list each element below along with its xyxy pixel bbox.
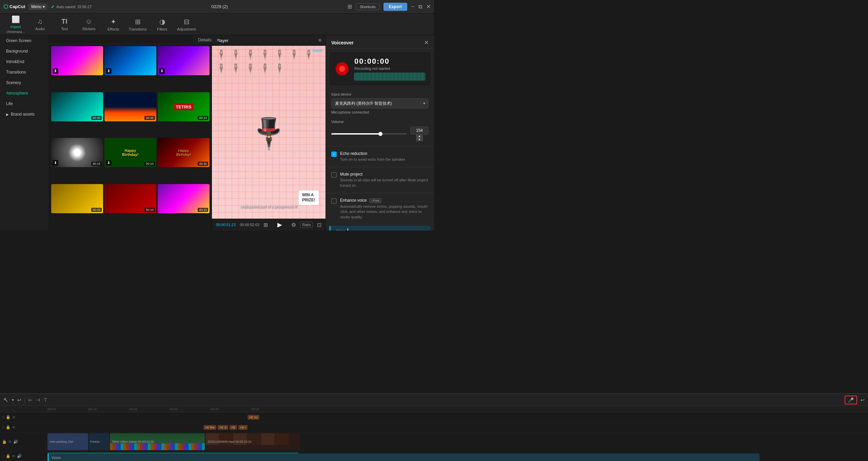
topbar-right: ⊞ Shortcuts Export − ⧉ ✕ xyxy=(348,3,431,11)
input-device-select[interactable]: 麦克风阵列 (英特尔® 智音技术) xyxy=(331,98,429,108)
player-video: 🕴 🕴 🕴 🕴 🕴 🕴 🕴 🕴 🕴 🕴 🕴 🕴 xyxy=(212,46,326,219)
input-device-section: Input device 麦克风阵列 (英特尔® 智音技术) ▾ Microph… xyxy=(326,89,434,118)
layout-icon-btn[interactable]: ⊞ xyxy=(348,3,352,10)
media-grid: ⬇ ⬇ ⬇ 00:30 00:35 00:24 TETRIS xyxy=(49,44,212,230)
toolbar-item-filters[interactable]: ◑ Filters xyxy=(150,15,174,34)
sidebar-item-atmosphere[interactable]: Atmosphere xyxy=(1,88,47,98)
toolbar-item-import[interactable]: ⬜ Import Christmas&... xyxy=(3,15,28,34)
volume-thumb[interactable] xyxy=(378,132,382,136)
download-button-2[interactable]: ⬇ xyxy=(106,68,112,74)
timeline-grid-button[interactable]: ⊞ xyxy=(263,222,268,228)
minimize-button[interactable]: − xyxy=(411,4,414,10)
duration-5: 00:35 xyxy=(144,116,155,120)
mute-project-checkbox[interactable] xyxy=(331,172,337,178)
volume-label: Volume xyxy=(331,120,429,124)
media-panel: All ⚙ ⬇ ⬇ ⬇ 00:30 00:35 00:24 xyxy=(49,35,212,230)
toolbar-item-transitions[interactable]: ⊞ Transitions xyxy=(125,15,150,34)
player-area: Details Player ≡ 🕴 🕴 🕴 🕴 xyxy=(212,35,326,230)
enhance-voice-checkbox[interactable] xyxy=(331,198,337,204)
media-thumb-2[interactable]: ⬇ xyxy=(104,46,156,75)
media-thumb-1[interactable]: ⬇ xyxy=(51,46,103,75)
volume-spinners: ▲ ▼ xyxy=(416,135,423,141)
main-character: 🎩 🕴 xyxy=(256,114,281,151)
menu-button[interactable]: Menu ▾ xyxy=(28,3,47,10)
sidebar-item-scenery[interactable]: Scenery xyxy=(1,78,47,88)
toolbar-item-text[interactable]: TI Text xyxy=(52,15,77,34)
download-button-1[interactable]: ⬇ xyxy=(53,68,58,74)
sidebar-item-green-screen[interactable]: Green Screen xyxy=(1,36,47,46)
settings-icon-btn[interactable]: ⚙ xyxy=(291,222,296,228)
volume-slider[interactable] xyxy=(331,133,407,135)
toolbar-item-effects[interactable]: ✦ Effects xyxy=(101,15,125,34)
fullscreen-button[interactable]: ⊡ xyxy=(317,222,321,228)
figure-icon: 🕴 xyxy=(215,49,227,60)
maximize-button[interactable]: ⧉ xyxy=(418,4,422,10)
sidebar-item-life[interactable]: Life xyxy=(1,99,47,109)
echo-reduction-desc: Turn on to avoid echo from the speaker xyxy=(340,157,405,162)
voiceover-close-button[interactable]: ✕ xyxy=(424,39,429,46)
toolbar-text-label: Text xyxy=(61,27,68,31)
shortcuts-button[interactable]: Shortcuts xyxy=(356,3,379,10)
download-button-3[interactable]: ⬇ xyxy=(159,68,165,74)
media-thumb-9[interactable]: 00:30 HappyBirthday! xyxy=(158,138,210,167)
voice-clip-bar[interactable]: Voice xyxy=(329,226,431,230)
download-button-7[interactable]: ⬇ xyxy=(53,160,58,166)
media-thumb-12[interactable]: 00:10 xyxy=(158,184,210,213)
media-thumb-5[interactable]: 00:35 xyxy=(104,92,156,121)
toolbar-item-adjustment[interactable]: ⊟ Adjustment xyxy=(174,15,199,34)
media-thumb-7[interactable]: 00:15 ⬇ xyxy=(51,138,103,167)
media-thumb-8[interactable]: 00:10 ⬇ HappyBirthday! xyxy=(104,138,156,167)
sidebar-item-background[interactable]: Background xyxy=(1,46,47,56)
sidebar-item-transitions[interactable]: Transitions xyxy=(1,67,47,77)
autosave-text: Auto saved: 15:56:27 xyxy=(56,5,92,9)
figure-icon: 🕴 xyxy=(303,49,315,60)
time-total: 00:00:52:02 xyxy=(240,223,259,227)
sidebar-item-intro-end[interactable]: Intro&End xyxy=(1,57,47,67)
play-button[interactable]: ▶ xyxy=(277,221,282,228)
volume-up-button[interactable]: ▲ xyxy=(416,135,423,138)
media-thumb-3[interactable]: ⬇ xyxy=(158,46,210,75)
details-tab[interactable]: Details xyxy=(193,35,217,45)
media-thumb-11[interactable]: 00:10 xyxy=(104,184,156,213)
volume-input[interactable] xyxy=(410,126,429,135)
toolbar-item-audio[interactable]: ♫ Audio xyxy=(28,15,52,34)
download-button-8[interactable]: ⬇ xyxy=(106,160,112,166)
figure-icon: 🕴 xyxy=(288,49,300,60)
volume-down-button[interactable]: ▼ xyxy=(416,138,423,141)
media-thumb-4[interactable]: 00:30 xyxy=(51,92,103,121)
ratio-button[interactable]: Ratio xyxy=(300,222,313,228)
echo-reduction-checkbox[interactable] xyxy=(331,152,337,157)
enhance-voice-row: Enhance voice ○ Free Automatically remov… xyxy=(331,198,429,220)
menu-label: Menu xyxy=(31,4,41,9)
figure-icon: 🕴 xyxy=(244,63,256,74)
player-menu-button[interactable]: ≡ xyxy=(318,37,321,43)
sidebar: Green Screen Background Intro&End Transi… xyxy=(0,35,49,230)
echo-reduction-title: Echo reduction xyxy=(340,151,405,156)
volume-fill xyxy=(331,133,380,135)
mute-project-text: Mute project Sounds in all clips will be… xyxy=(340,172,429,188)
mute-project-option: Mute project Sounds in all clips will be… xyxy=(326,168,434,192)
import-subtitle: Christmas&... xyxy=(6,30,25,34)
toolbar-filters-label: Filters xyxy=(157,27,167,31)
export-button[interactable]: Export xyxy=(383,3,407,11)
logo-text: CapCut xyxy=(9,4,25,9)
toolbar-adjustment-label: Adjustment xyxy=(177,27,196,31)
record-indicator xyxy=(339,66,345,72)
voiceover-title: Voiceover xyxy=(331,40,354,45)
record-button[interactable] xyxy=(335,61,350,76)
sidebar-item-brand-assets[interactable]: ▶ Brand assets xyxy=(1,109,47,119)
recording-status: Recording not started xyxy=(354,66,425,71)
media-thumb-10[interactable]: 00:29 xyxy=(51,184,103,213)
close-button[interactable]: ✕ xyxy=(426,3,431,10)
figure-icon: 🕴 xyxy=(215,63,227,74)
enhance-voice-text: Enhance voice ○ Free Automatically remov… xyxy=(340,198,429,220)
figure-icon: 🕴 xyxy=(230,63,242,74)
input-device-label: Input device xyxy=(331,92,429,96)
toolbar-item-stickers[interactable]: ☺ Stickers xyxy=(77,15,101,34)
media-thumb-6[interactable]: 00:24 TETRIS xyxy=(158,92,210,121)
duration-12: 00:10 xyxy=(198,208,208,212)
mute-project-row: Mute project Sounds in all clips will be… xyxy=(331,172,429,188)
duration-9: 00:30 xyxy=(198,162,208,166)
player-title: Player xyxy=(216,38,229,43)
prize-sign: WIN A PRIZE! xyxy=(299,191,319,205)
